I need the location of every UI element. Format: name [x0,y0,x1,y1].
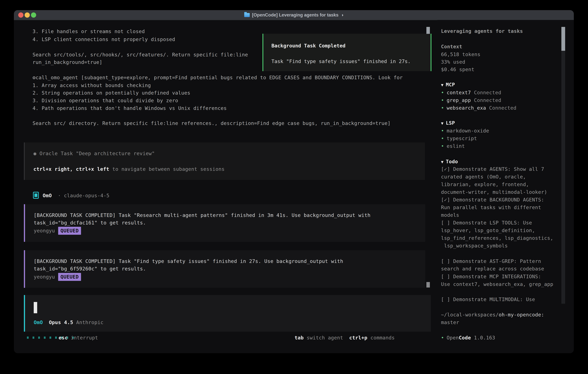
chevron-down-icon: ▼ [441,159,443,164]
agent-separator [52,193,58,198]
status-dot-icon: • [441,135,444,141]
app-version-row: •OpenCode 1.0.163 [441,334,495,342]
todo-line: [✓] Demonstrate AGENTS: Show all 7 [441,165,544,173]
title-bar: [OpenCode] Leveraging agents for tasks ◑ [14,10,574,20]
lsp-item: •markdown-oxide [441,127,489,135]
session-sidebar: Leveraging agents for tasks Context 66,5… [437,20,574,353]
todo-line: Run parallel tasks with different [441,204,541,211]
mcp-item-name: context7 [447,90,471,95]
tool-call-text: call_omo_agent [subagent_type=explore, p… [36,75,403,80]
tool-call-line: ⚙call_omo_agent [subagent_type=explore, … [32,74,403,82]
status-dot-icon: • [441,143,444,149]
scrollback-line: 3. File handles or streams not closed [32,28,145,35]
workspace-branch: master [441,319,459,326]
agent-model-name: claude-opus-4-5 [64,193,110,198]
agent-square-icon [33,192,39,199]
todo-section-header[interactable]: ▼Todo [441,158,458,166]
ctrl-p-key: ctrl+p [349,335,367,341]
spinner-dot [44,337,46,339]
mcp-heading: MCP [446,82,455,87]
lsp-item-name: typescript [447,135,477,141]
text-cursor [34,302,37,313]
todo-line: Use context7, websearch_exa, grep_app [441,280,553,288]
task-message-meta: yeongyuQUEUED [34,227,81,235]
folder-icon [244,13,250,17]
todo-line-active: lsp_find_references, lsp_diagnostics, [441,234,553,242]
oracle-task-heading: Oracle Task "Deep architecture review" [36,151,155,156]
spinner-dot [27,337,29,339]
mcp-item-status: Connected [471,97,501,103]
input-gap [43,320,49,325]
gear-icon: ⚙ [32,75,36,80]
context-used: 33% used [441,58,465,66]
main-scrollbar-thumb[interactable] [426,27,430,34]
lsp-item-name: markdown-oxide [447,128,489,134]
main-scrollbar-thumb[interactable] [426,282,430,288]
tab-key: tab [294,335,304,341]
tool-call-closing: Search src/ directory. Return specific f… [32,119,390,127]
status-dot-icon: • [441,105,444,111]
mcp-item-name: websearch_exa [447,105,486,111]
workspace-path: ~/local-workspaces/oh-my-opencode: [441,311,544,319]
tool-call-bullet: 2. String operations on potentially unde… [32,89,190,97]
lsp-heading: LSP [446,120,455,126]
lsp-item: •typescript [441,135,477,142]
todo-heading: Todo [446,159,458,165]
context-tokens: 66,518 tokens [441,51,481,58]
esc-label: interrupt [68,335,98,341]
window-title-wrap: [OpenCode] Leveraging agents for tasks ◑ [14,10,574,20]
status-dot-icon: • [441,90,444,95]
todo-line-active: [ ] Demonstrate LSP TOOLS: Use [441,219,532,227]
input-agent-name: OmO [34,320,43,325]
ctrl-p-label: commands [367,335,395,341]
task-message-block: [BACKGROUND TASK COMPLETED] Task "Resear… [24,204,425,242]
mcp-item: •grep_app Connected [441,96,501,104]
tool-call-bullet: 1. Array access without bounds checking [32,82,151,89]
oracle-task-panel: ◉ Oracle Task "Deep architecture review"… [24,143,425,180]
todo-line: librarian, explore, frontend, [441,181,529,188]
shortcut-label: to navigate between subagent sessions [109,166,225,172]
shortcut-keys: ctrl+x right, ctrl+x left [33,166,109,172]
app-name-suffix: Code [459,335,471,341]
shortcut-gap [343,335,349,341]
spinner-dot [32,337,34,339]
chevron-down-icon: ▼ [441,83,443,87]
scrollback-line: run_in_background=true] [32,58,102,66]
todo-line: curated agents (OmO, oracle, [441,173,526,181]
half-circle-icon: ◑ [341,12,344,18]
status-dot-icon: • [441,335,444,341]
oracle-task-icon: ◉ [33,151,36,156]
queued-badge: QUEUED [58,227,81,235]
prompt-input[interactable]: OmO Opus 4.5 Anthropic [24,295,431,332]
mcp-item-status: Connected [471,90,501,95]
todo-line: [✓] Demonstrate BACKGROUND AGENTS: [441,196,544,204]
todo-line-active: lsp_hover, lsp_goto_definition, [441,227,535,234]
task-message-meta: yeongyuQUEUED [34,273,81,281]
session-title: Leveraging agents for tasks [441,27,523,35]
sidebar-scrollbar-track[interactable] [561,27,565,304]
todo-line-active: lsp_workspace_symbols [441,242,508,250]
sidebar-scrollbar-thumb[interactable] [561,27,565,51]
todo-line: [ ] Demonstrate MULTIMODAL: Use [441,296,535,303]
lsp-section-header[interactable]: ▼LSP [441,119,455,127]
todo-line: [ ] Demonstrate MCP INTEGRATIONS: [441,273,541,280]
todo-line: [ ] Demonstrate AST-GREP: Pattern [441,258,541,265]
task-message-line: [BACKGROUND TASK COMPLETED] Task "Resear… [34,211,370,219]
task-user: yeongyu [34,274,55,280]
background-task-toast[interactable]: Background Task Completed Task "Find typ… [262,34,431,71]
status-dot-icon: • [441,97,444,103]
workspace-repo: oh-my-opencode: [499,312,544,318]
lsp-item-name: eslint [447,143,465,149]
scrollback-line: Search src/tools/, src/hooks/, src/featu… [32,51,248,59]
desktop: [OpenCode] Leveraging agents for tasks ◑… [0,0,588,374]
mcp-item-name: grep_app [447,97,471,103]
task-message-line: [BACKGROUND TASK COMPLETED] Task "Find t… [34,258,343,265]
context-spent: $0.46 spent [441,66,474,73]
tool-call-bullet: 4. Path operations that don't handle Win… [32,104,227,112]
queued-badge: QUEUED [58,273,81,281]
todo-line: search and replace across codebase [441,265,544,273]
mcp-section-header[interactable]: ▼MCP [441,81,455,89]
toast-title: Background Task Completed [272,43,346,49]
todo-line: document-writer, multimodal-looker) [441,188,547,196]
separator-dot: · [58,193,61,198]
